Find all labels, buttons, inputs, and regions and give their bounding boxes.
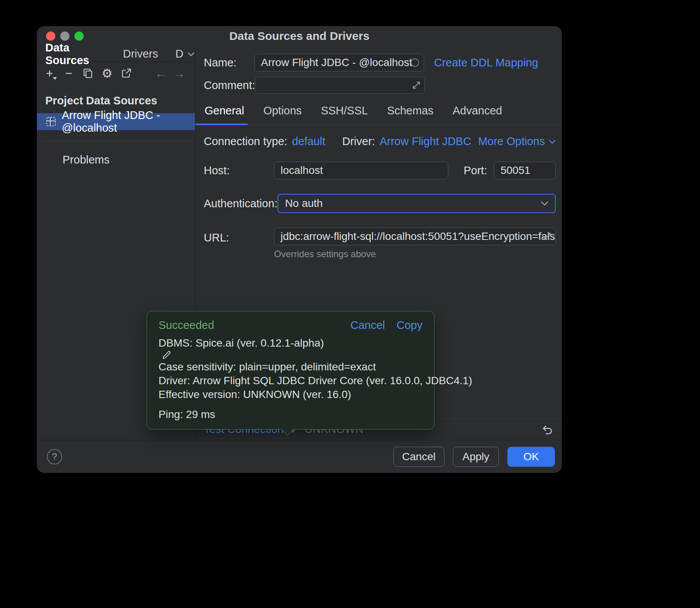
url-column: jdbc:arrow-flight-sql://localhost:50051?… bbox=[274, 228, 556, 259]
port-label: Port: bbox=[464, 164, 487, 177]
apply-button[interactable]: Apply bbox=[453, 447, 499, 467]
name-label: Name: bbox=[204, 56, 254, 69]
connection-type-value-link[interactable]: default bbox=[292, 135, 325, 148]
name-indicator-circle-icon bbox=[411, 58, 419, 67]
create-ddl-mapping-link[interactable]: Create DDL Mapping bbox=[434, 56, 538, 69]
minus-icon: − bbox=[65, 67, 73, 79]
more-options-label: More Options bbox=[478, 135, 545, 148]
expand-url-icon[interactable] bbox=[542, 231, 552, 241]
popup-status: Succeeded bbox=[158, 319, 214, 332]
zoom-window-button[interactable] bbox=[74, 31, 84, 41]
forward-button[interactable]: → bbox=[173, 68, 185, 79]
sidebar-divider bbox=[43, 141, 195, 141]
duplicate-icon bbox=[82, 68, 94, 79]
form-top: Name: Arrow Flight JDBC - @localhost Cre… bbox=[195, 46, 562, 94]
project-data-sources-header: Project Data Sources bbox=[45, 94, 195, 107]
back-button[interactable]: ← bbox=[155, 68, 167, 79]
url-note: Overrides settings above bbox=[274, 249, 556, 259]
tab-drivers[interactable]: Drivers bbox=[123, 48, 158, 60]
cancel-button[interactable]: Cancel bbox=[393, 447, 444, 467]
host-value: localhost bbox=[281, 164, 323, 177]
export-button[interactable] bbox=[121, 68, 132, 79]
edit-pencil-icon[interactable] bbox=[162, 350, 172, 360]
connection-type-row: Connection type: default Driver: Arrow F… bbox=[204, 135, 556, 148]
host-row: Host: localhost Port: 50051 bbox=[204, 162, 556, 179]
add-dropdown-caret-icon bbox=[53, 77, 57, 80]
name-input[interactable]: Arrow Flight JDBC - @localhost bbox=[254, 54, 424, 71]
chevron-down-icon bbox=[540, 201, 549, 206]
tab-general[interactable]: General bbox=[204, 99, 245, 125]
tab-ddl-truncated[interactable]: D bbox=[175, 48, 195, 60]
more-options-link[interactable]: More Options bbox=[478, 135, 556, 148]
driver-value-link[interactable]: Arrow Flight JDBC bbox=[380, 135, 471, 148]
tab-advanced[interactable]: Advanced bbox=[452, 99, 503, 125]
name-value: Arrow Flight JDBC - @localhost bbox=[261, 56, 412, 69]
popup-version-line: Effective version: UNKNOWN (ver. 16.0) bbox=[158, 388, 423, 401]
forward-arrow-icon: → bbox=[173, 67, 185, 79]
port-input[interactable]: 50051 bbox=[494, 162, 556, 179]
revert-button[interactable] bbox=[541, 423, 553, 436]
footer-buttons: Cancel Apply OK bbox=[393, 447, 555, 467]
popup-copy-link[interactable]: Copy bbox=[396, 319, 423, 332]
plus-icon: + bbox=[46, 67, 53, 79]
data-source-item-label: Arrow Flight JDBC - @localhost bbox=[62, 109, 195, 134]
tab-schemas[interactable]: Schemas bbox=[386, 99, 434, 125]
settings-button[interactable]: ⚙ bbox=[101, 68, 113, 79]
duplicate-button[interactable] bbox=[82, 68, 94, 79]
ok-button[interactable]: OK bbox=[507, 447, 555, 467]
close-window-button[interactable] bbox=[46, 31, 55, 41]
tab-options[interactable]: Options bbox=[262, 99, 302, 125]
traffic-lights bbox=[46, 31, 84, 41]
help-button[interactable]: ? bbox=[47, 449, 62, 464]
test-connection-result-popup: Succeeded Cancel Copy DBMS: Spice.ai (ve… bbox=[147, 311, 434, 430]
gear-icon: ⚙ bbox=[102, 67, 113, 79]
driver-label: Driver: bbox=[342, 135, 375, 148]
tab-ssh-ssl[interactable]: SSH/SSL bbox=[320, 99, 369, 125]
url-value: jdbc:arrow-flight-sql://localhost:50051?… bbox=[281, 230, 556, 243]
minimize-window-button[interactable] bbox=[60, 31, 69, 41]
popup-dbms-text: DBMS: Spice.ai (ver. 0.12.1-alpha) bbox=[158, 337, 324, 349]
general-form: Connection type: default Driver: Arrow F… bbox=[195, 125, 562, 259]
url-label: URL: bbox=[204, 228, 274, 244]
settings-tabs: General Options SSH/SSL Schemas Advanced bbox=[195, 99, 562, 125]
dialog-footer: ? Cancel Apply OK bbox=[37, 440, 562, 473]
name-row: Name: Arrow Flight JDBC - @localhost Cre… bbox=[204, 54, 556, 71]
titlebar: Data Sources and Drivers bbox=[37, 26, 562, 46]
comment-row: Comment: bbox=[204, 77, 556, 94]
expand-comment-icon[interactable] bbox=[411, 80, 421, 90]
popup-driver-line: Driver: Arrow Flight SQL JDBC Driver Cor… bbox=[158, 374, 423, 388]
database-icon bbox=[45, 116, 57, 127]
popup-case-line: Case sensitivity: plain=upper, delimited… bbox=[158, 360, 423, 374]
sidebar-toolbar: + − ⚙ bbox=[37, 62, 195, 84]
port-value: 50051 bbox=[500, 164, 530, 177]
undo-icon bbox=[541, 423, 553, 436]
comment-label: Comment: bbox=[204, 79, 255, 92]
popup-ping-line: Ping: 29 ms bbox=[158, 408, 423, 421]
export-icon bbox=[121, 68, 132, 79]
add-data-source-button[interactable]: + bbox=[44, 68, 55, 79]
popup-cancel-link[interactable]: Cancel bbox=[350, 319, 385, 332]
popup-dbms-line: DBMS: Spice.ai (ver. 0.12.1-alpha) bbox=[158, 336, 423, 360]
connection-type-label: Connection type: bbox=[204, 135, 287, 148]
popup-header: Succeeded Cancel Copy bbox=[158, 319, 423, 332]
sidebar-tabs: Data Sources Drivers D bbox=[37, 46, 195, 62]
question-mark-icon: ? bbox=[52, 451, 57, 462]
host-input[interactable]: localhost bbox=[274, 162, 448, 179]
sidebar-item-problems[interactable]: Problems bbox=[63, 154, 195, 166]
remove-data-source-button[interactable]: − bbox=[63, 68, 74, 79]
comment-input[interactable] bbox=[255, 77, 425, 94]
data-source-item-selected[interactable]: Arrow Flight JDBC - @localhost bbox=[37, 113, 195, 130]
window-title: Data Sources and Drivers bbox=[229, 30, 369, 43]
host-label: Host: bbox=[204, 164, 274, 177]
tab-drivers-label: Drivers bbox=[123, 48, 158, 60]
chevron-down-icon bbox=[549, 139, 556, 144]
back-arrow-icon: ← bbox=[155, 67, 167, 79]
url-input[interactable]: jdbc:arrow-flight-sql://localhost:50051?… bbox=[274, 228, 556, 245]
url-row: URL: jdbc:arrow-flight-sql://localhost:5… bbox=[204, 228, 556, 259]
authentication-value: No auth bbox=[285, 197, 323, 210]
authentication-label: Authentication: bbox=[204, 197, 277, 210]
data-sources-dialog: Data Sources and Drivers Data Sources Dr… bbox=[37, 26, 562, 473]
tab-ddl-label: D bbox=[175, 48, 183, 60]
authentication-select[interactable]: No auth bbox=[277, 194, 556, 213]
popup-body: DBMS: Spice.ai (ver. 0.12.1-alpha) Case … bbox=[158, 336, 423, 421]
